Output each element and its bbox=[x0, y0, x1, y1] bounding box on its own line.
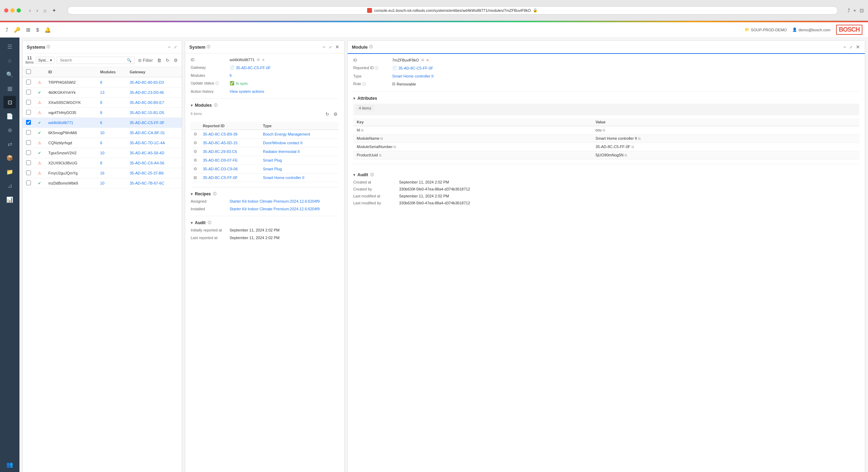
attr-value-copy-icon[interactable]: ⧉ bbox=[631, 145, 634, 149]
row-gateway-cell[interactable]: 35-AD-8C-25-37-B6 bbox=[126, 168, 182, 178]
layout-icon[interactable]: ⊞ bbox=[26, 27, 31, 33]
systems-table-row[interactable]: ⚠ FmyU2guJQmYg 16 35-AD-8C-25-37-B6 bbox=[23, 168, 182, 178]
system-id-copy-icon[interactable]: ⧉ bbox=[257, 58, 259, 62]
row-gateway-cell[interactable]: 35-AD-8C-7D-1C-4A bbox=[126, 138, 182, 148]
systems-table-row[interactable]: ✔ wd4kWol8t771 6 35-AD-8C-C5-FF-0F bbox=[23, 118, 182, 128]
sidebar-browser-button[interactable]: ⊡ bbox=[860, 8, 864, 13]
row-checkbox-cell[interactable] bbox=[23, 148, 34, 158]
row-checkbox-cell[interactable] bbox=[23, 77, 34, 88]
row-gateway-cell[interactable]: 35-AD-8C-80-83-D3 bbox=[126, 77, 182, 88]
module-reported-id-cell[interactable]: 35-AD-8C-D3-C9-06 bbox=[200, 165, 260, 173]
attr-value-copy-icon[interactable]: ⧉ bbox=[603, 128, 605, 132]
sidebar-network-icon[interactable]: ⊕ bbox=[3, 124, 16, 136]
module-type-cell[interactable]: Bosch Energy Management bbox=[260, 130, 339, 139]
module-reported-id-cell[interactable]: 35-AD-8C-A5-0D-15 bbox=[200, 139, 260, 147]
modules-collapse-icon[interactable]: ▾ bbox=[191, 103, 193, 108]
module-reported-id-cell[interactable]: 35-AD-8C-29-83-C6 bbox=[200, 147, 260, 156]
row-gateway-cell[interactable]: 35-AD-8C-15-B1-D5 bbox=[126, 108, 182, 118]
systems-table-row[interactable]: ✔ mzDdBomoWbk9 10 35-AD-8C-7B-67-6C bbox=[23, 178, 182, 188]
attr-value-copy-icon[interactable]: ⧉ bbox=[638, 137, 640, 140]
add-tab-button[interactable]: + bbox=[853, 8, 856, 13]
close-traffic-light[interactable] bbox=[4, 8, 8, 13]
attr-key-copy-icon[interactable]: ⧉ bbox=[380, 137, 383, 140]
modules-refresh-button[interactable]: ↻ bbox=[324, 111, 330, 118]
row-modules-cell[interactable]: 8 bbox=[97, 77, 126, 88]
module-expand-button[interactable]: ⤢ bbox=[849, 44, 853, 50]
module-reported-id-cell[interactable]: 35-AD-8C-C5-B9-39 bbox=[200, 130, 260, 139]
delete-button[interactable]: 🗑 bbox=[156, 57, 163, 64]
nav-home-button[interactable]: ⌂ bbox=[42, 7, 48, 14]
key-icon[interactable]: 🔑 bbox=[14, 27, 20, 33]
share-icon[interactable]: ⤴ bbox=[6, 27, 8, 33]
row-checkbox-cell[interactable] bbox=[23, 178, 34, 188]
system-action-history-link[interactable]: View system actions bbox=[230, 89, 264, 93]
systems-table-row[interactable]: ⚠ X2UX9Ck3BvUG 8 35-AD-8C-C6-A4-56 bbox=[23, 158, 182, 168]
system-info-icon[interactable]: ⓘ bbox=[207, 44, 210, 49]
nav-forward-button[interactable]: › bbox=[35, 7, 40, 14]
filter-dropdown[interactable]: Syst... ▾ bbox=[36, 57, 55, 64]
modules-settings-button[interactable]: ⚙ bbox=[332, 111, 339, 118]
module-reported-id-link[interactable]: 35-AD-8C-C5-FF-0F bbox=[398, 66, 433, 70]
module-type-cell[interactable]: Smart Plug bbox=[260, 156, 339, 165]
module-reported-id-info-icon[interactable]: ⓘ bbox=[375, 66, 378, 70]
assigned-recipe-link[interactable]: Starter Kit Indoor Climate Premium:2024.… bbox=[230, 199, 320, 203]
attr-key-copy-icon[interactable]: ⧉ bbox=[361, 128, 363, 132]
module-gear-cell[interactable]: ⚙ bbox=[191, 130, 200, 139]
row-checkbox-cell[interactable] bbox=[23, 98, 34, 108]
system-minimize-button[interactable]: − bbox=[322, 43, 326, 50]
row-gateway-cell[interactable]: 35-AD-8C-7B-67-6C bbox=[126, 178, 182, 188]
sidebar-home-icon[interactable]: ⌂ bbox=[3, 54, 16, 67]
row-checkbox-cell[interactable] bbox=[23, 128, 34, 138]
row-modules-cell[interactable]: 10 bbox=[97, 178, 126, 188]
row-modules-cell[interactable]: 10 bbox=[97, 128, 126, 138]
address-bar[interactable]: console.eu1.bosch-iot-rollouts.com/syste… bbox=[67, 6, 838, 15]
row-gateway-cell[interactable]: 35-AD-8C-A5-58-4D bbox=[126, 148, 182, 158]
recipes-info-icon[interactable]: ⓘ bbox=[213, 192, 216, 196]
system-audit-collapse-icon[interactable]: ▾ bbox=[191, 221, 193, 225]
settings-button[interactable]: ⚙ bbox=[173, 57, 179, 64]
row-modules-cell[interactable]: 6 bbox=[97, 138, 126, 148]
sidebar-package-icon[interactable]: 📦 bbox=[3, 152, 16, 164]
installed-recipe-link[interactable]: Starter Kit Indoor Climate Premium:2024.… bbox=[230, 207, 320, 211]
module-reported-id-cell[interactable]: 35-AD-8C-D9-07-FE bbox=[200, 156, 260, 165]
module-gear-cell[interactable]: ⊠ bbox=[191, 173, 200, 182]
module-type-cell[interactable]: Smart Plug bbox=[260, 165, 339, 173]
row-gateway-cell[interactable]: 35-AD-8C-C5-FF-0F bbox=[126, 118, 182, 128]
sidebar-chart-icon[interactable]: 📊 bbox=[3, 193, 16, 206]
attributes-collapse-icon[interactable]: ▾ bbox=[353, 96, 355, 101]
module-gear-cell[interactable]: ⚙ bbox=[191, 139, 200, 147]
modules-table-row[interactable]: ⚙ 35-AD-8C-C5-B9-39 Bosch Energy Managem… bbox=[191, 130, 339, 139]
row-gateway-cell[interactable]: 35-AD-8C-23-D0-46 bbox=[126, 88, 182, 98]
attr-key-copy-icon[interactable]: ⧉ bbox=[379, 153, 381, 157]
system-id-extra-icon[interactable]: ✕ bbox=[262, 58, 265, 62]
row-modules-cell[interactable]: 13 bbox=[97, 88, 126, 98]
attr-value-copy-icon[interactable]: ⧉ bbox=[625, 153, 627, 157]
row-modules-cell[interactable]: 10 bbox=[97, 148, 126, 158]
row-modules-cell[interactable]: 8 bbox=[97, 158, 126, 168]
row-modules-cell[interactable]: 8 bbox=[97, 108, 126, 118]
modules-table-row[interactable]: ⚙ 35-AD-8C-29-83-C6 Radiator thermostat … bbox=[191, 147, 339, 156]
search-box[interactable]: 🔍 bbox=[57, 57, 134, 64]
sidebar-menu-icon[interactable]: ☰ bbox=[3, 40, 16, 53]
module-gear-cell[interactable]: ⚙ bbox=[191, 165, 200, 173]
module-reported-id-cell[interactable]: 35-AD-8C-C5-FF-0F bbox=[200, 173, 260, 182]
module-id-copy-icon[interactable]: ⧉ bbox=[421, 58, 424, 62]
attr-key-copy-icon[interactable]: ⧉ bbox=[394, 145, 396, 149]
row-modules-cell[interactable]: 8 bbox=[97, 98, 126, 108]
systems-table-row[interactable]: ✔ TgsxSmzwV2H2 10 35-AD-8C-A5-58-4D bbox=[23, 148, 182, 158]
sidebar-flow-icon[interactable]: ⇄ bbox=[3, 138, 16, 150]
sidebar-devices-icon[interactable]: ⊡ bbox=[3, 96, 16, 108]
module-minimize-button[interactable]: − bbox=[843, 43, 847, 50]
sidebar-filter-icon[interactable]: ⊿ bbox=[3, 179, 16, 192]
module-gear-cell[interactable]: ⚙ bbox=[191, 156, 200, 165]
system-modules-link[interactable]: 6 bbox=[230, 73, 232, 78]
systems-table-row[interactable]: ⚠ TRPPf4G65WI2 8 35-AD-8C-80-83-D3 bbox=[23, 77, 182, 88]
modules-table-row[interactable]: ⚙ 35-AD-8C-A5-0D-15 Door/Window contact … bbox=[191, 139, 339, 147]
sidebar-page-icon[interactable]: 📄 bbox=[3, 110, 16, 122]
systems-expand-button[interactable]: ⤢ bbox=[173, 44, 177, 50]
module-gear-cell[interactable]: ⚙ bbox=[191, 147, 200, 156]
update-status-info-icon[interactable]: ⓘ bbox=[215, 81, 219, 85]
systems-minimize-button[interactable]: − bbox=[167, 43, 171, 50]
row-modules-cell[interactable]: 16 bbox=[97, 168, 126, 178]
module-info-icon[interactable]: ⓘ bbox=[369, 44, 373, 49]
